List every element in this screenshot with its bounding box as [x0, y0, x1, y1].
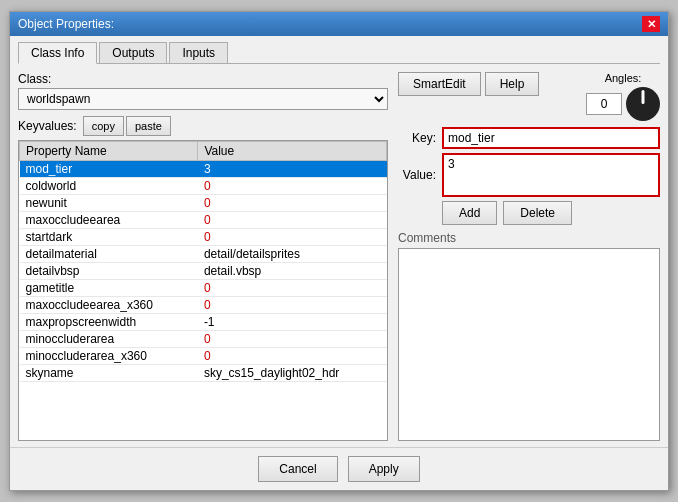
property-value-cell: 0: [198, 348, 387, 365]
dialog-title: Object Properties:: [18, 17, 114, 31]
property-value-cell: -1: [198, 314, 387, 331]
table-row[interactable]: gametitle0: [20, 280, 387, 297]
dialog-content: Class Info Outputs Inputs Class: worldsp…: [10, 36, 668, 447]
table-row[interactable]: maxpropscreenwidth-1: [20, 314, 387, 331]
keyvalues-label: Keyvalues:: [18, 119, 77, 133]
value-label: Value:: [398, 168, 436, 182]
main-area: Class: worldspawn Keyvalues: copy paste: [18, 72, 660, 441]
tab-outputs[interactable]: Outputs: [99, 42, 167, 63]
key-value-section: Key: Value: 3 Add Delete: [398, 127, 660, 225]
table-row[interactable]: startdark0: [20, 229, 387, 246]
tabs-bar: Class Info Outputs Inputs: [18, 42, 660, 64]
cancel-button[interactable]: Cancel: [258, 456, 337, 482]
property-value-cell: 3: [198, 161, 387, 178]
property-value-cell: 0: [198, 331, 387, 348]
angles-section: Angles:: [586, 72, 660, 121]
property-value-cell: 0: [198, 229, 387, 246]
close-button[interactable]: ✕: [642, 16, 660, 32]
comments-section: Comments: [398, 231, 660, 441]
property-value-cell: 0: [198, 280, 387, 297]
tab-inputs[interactable]: Inputs: [169, 42, 228, 63]
paste-button[interactable]: paste: [126, 116, 171, 136]
property-value-cell: 0: [198, 212, 387, 229]
property-table: Property Name Value mod_tier3coldworld0n…: [18, 140, 388, 441]
table-row[interactable]: skynamesky_cs15_daylight02_hdr: [20, 365, 387, 382]
table-row[interactable]: maxoccludeearea_x3600: [20, 297, 387, 314]
table-row[interactable]: mod_tier3: [20, 161, 387, 178]
angles-label: Angles:: [605, 72, 642, 84]
keyvalues-row: Keyvalues: copy paste: [18, 116, 388, 136]
class-section: Class: worldspawn: [18, 72, 388, 110]
property-name-cell: minoccluderarea_x360: [20, 348, 198, 365]
tab-class-info[interactable]: Class Info: [18, 42, 97, 64]
property-name-cell: detailvbsp: [20, 263, 198, 280]
object-properties-dialog: Object Properties: ✕ Class Info Outputs …: [9, 11, 669, 491]
property-name-cell: coldworld: [20, 178, 198, 195]
apply-button[interactable]: Apply: [348, 456, 420, 482]
class-select-row: worldspawn: [18, 88, 388, 110]
properties-table: Property Name Value mod_tier3coldworld0n…: [19, 141, 387, 382]
property-value-cell: detail.vbsp: [198, 263, 387, 280]
footer: Cancel Apply: [10, 447, 668, 490]
property-value-cell: 0: [198, 178, 387, 195]
class-label: Class:: [18, 72, 388, 86]
copy-button[interactable]: copy: [83, 116, 124, 136]
smart-help-row: SmartEdit Help: [398, 72, 539, 96]
property-name-cell: maxpropscreenwidth: [20, 314, 198, 331]
table-row[interactable]: minoccluderarea_x3600: [20, 348, 387, 365]
property-value-cell: sky_cs15_daylight02_hdr: [198, 365, 387, 382]
property-name-cell: newunit: [20, 195, 198, 212]
table-row[interactable]: maxoccludeearea0: [20, 212, 387, 229]
add-button[interactable]: Add: [442, 201, 497, 225]
angle-dial[interactable]: [626, 87, 660, 121]
table-row[interactable]: newunit0: [20, 195, 387, 212]
table-row[interactable]: detailvbspdetail.vbsp: [20, 263, 387, 280]
property-name-cell: gametitle: [20, 280, 198, 297]
key-input[interactable]: [442, 127, 660, 149]
right-panel: SmartEdit Help Angles: Key:: [398, 72, 660, 441]
table-row[interactable]: minoccluderarea0: [20, 331, 387, 348]
top-right: SmartEdit Help Angles:: [398, 72, 660, 121]
col-value: Value: [198, 142, 387, 161]
table-row[interactable]: coldworld0: [20, 178, 387, 195]
property-name-cell: maxoccludeearea_x360: [20, 297, 198, 314]
comments-label: Comments: [398, 231, 660, 245]
left-panel: Class: worldspawn Keyvalues: copy paste: [18, 72, 388, 441]
property-value-cell: 0: [198, 297, 387, 314]
key-label: Key:: [398, 131, 436, 145]
property-value-cell: detail/detailsprites: [198, 246, 387, 263]
property-name-cell: startdark: [20, 229, 198, 246]
class-select[interactable]: worldspawn: [18, 88, 388, 110]
property-name-cell: skyname: [20, 365, 198, 382]
property-name-cell: maxoccludeearea: [20, 212, 198, 229]
angles-row: [586, 87, 660, 121]
col-property-name: Property Name: [20, 142, 198, 161]
angles-input[interactable]: [586, 93, 622, 115]
property-name-cell: minoccluderarea: [20, 331, 198, 348]
value-input[interactable]: 3: [442, 153, 660, 197]
table-row[interactable]: detailmaterialdetail/detailsprites: [20, 246, 387, 263]
add-delete-row: Add Delete: [442, 201, 660, 225]
property-name-cell: detailmaterial: [20, 246, 198, 263]
key-row: Key:: [398, 127, 660, 149]
comments-box[interactable]: [398, 248, 660, 441]
property-value-cell: 0: [198, 195, 387, 212]
delete-button[interactable]: Delete: [503, 201, 572, 225]
property-name-cell: mod_tier: [20, 161, 198, 178]
value-row: Value: 3: [398, 153, 660, 197]
title-bar: Object Properties: ✕: [10, 12, 668, 36]
help-button[interactable]: Help: [485, 72, 540, 96]
smart-edit-button[interactable]: SmartEdit: [398, 72, 481, 96]
